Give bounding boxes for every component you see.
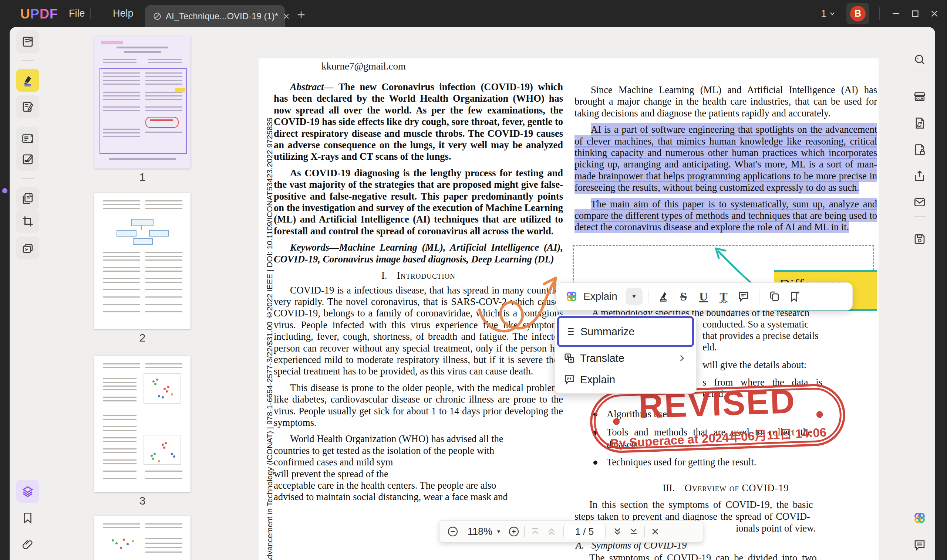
ai-assistant-handle[interactable]: [0, 175, 9, 208]
edit-note-icon: [21, 100, 34, 114]
share-button[interactable]: [910, 166, 929, 186]
sidebar-item-layers[interactable]: [16, 480, 39, 503]
underline-selection-button[interactable]: U: [694, 286, 714, 306]
account-button[interactable]: B: [847, 3, 869, 25]
sidebar-item-edit[interactable]: [16, 95, 39, 118]
zoom-level[interactable]: 118%: [467, 526, 492, 537]
ai-actions-dropdown-button[interactable]: ▼: [626, 288, 643, 305]
strikethrough-icon: S: [680, 290, 687, 303]
highlight-selection-button[interactable]: [654, 286, 674, 306]
zoombar-divider: [524, 526, 525, 537]
close-window-button[interactable]: [925, 5, 944, 23]
page-number-box[interactable]: 1 / 5: [563, 524, 606, 539]
zoom-in-icon: [508, 526, 520, 537]
menu-item-label: Summarize: [580, 326, 635, 338]
layers-icon: [21, 485, 34, 498]
who-line: World Health Organization (WHO) has advi…: [274, 433, 563, 445]
menu-item-summarize[interactable]: Summarize: [557, 316, 694, 347]
page-thumbnail-2[interactable]: [94, 193, 191, 329]
section-heading-overview: III. Overview of COVID-19: [574, 482, 877, 494]
zoom-out-button[interactable]: [445, 523, 461, 540]
menu-item-explain[interactable]: Explain: [558, 369, 693, 390]
sidebar-item-reader[interactable]: [16, 30, 39, 53]
avatar: B: [850, 6, 865, 22]
copy-icon: [768, 290, 781, 303]
menu-item-translate[interactable]: A Translate: [558, 348, 693, 369]
intro-paragraph-1: COVID-19 is a infectious disease, that h…: [274, 285, 563, 377]
doc-text-fragment: The symptoms of COVID-19 can be divided …: [589, 552, 817, 560]
organize-pages-icon: [21, 192, 34, 205]
summarize-list-icon: [559, 326, 580, 337]
close-zoombar-button[interactable]: [647, 523, 663, 540]
ocr-button[interactable]: OCR: [910, 87, 929, 106]
minimize-button[interactable]: [886, 5, 905, 23]
toolbar-divider: [759, 290, 759, 303]
convert-button[interactable]: [910, 114, 929, 133]
menu-help[interactable]: Help: [113, 8, 134, 19]
comment-highlighter-icon: [21, 73, 35, 87]
sidebar-item-organize-pages[interactable]: [16, 187, 39, 210]
thumbnail-page-number: 3: [94, 495, 191, 507]
chevron-down-icon[interactable]: [828, 10, 836, 17]
doc-sidebar-citation: Advancement in Technology (ICONAT) | 978…: [265, 120, 274, 560]
explain-button[interactable]: Explain: [583, 291, 617, 302]
document-tab[interactable]: AI_Technique...OVID-19 (1)*: [145, 5, 285, 27]
new-tab-button[interactable]: [296, 9, 306, 22]
menu-item-label: Translate: [580, 352, 625, 365]
protect-lock-icon: [913, 143, 926, 156]
doc-text-fragment: conducted. So a systematic: [702, 318, 809, 330]
comments-panel-button[interactable]: [910, 535, 929, 555]
save-button[interactable]: [910, 229, 929, 249]
selection-toolbar: Explain ▼ S U T: [555, 282, 853, 311]
strikethrough-selection-button[interactable]: S: [674, 286, 694, 306]
sidebar-item-fill-sign[interactable]: [16, 148, 39, 171]
toolbar-divider: [648, 290, 648, 303]
sidebar-item-slides[interactable]: [16, 237, 39, 260]
dropdown-caret-icon[interactable]: ▼: [496, 529, 501, 534]
sidebar-item-crop[interactable]: [16, 210, 39, 233]
chevron-right-icon: [677, 353, 686, 363]
page-thumbnail-1[interactable]: [94, 36, 191, 169]
who-line: advised to maintain social distancing, w…: [274, 491, 563, 503]
page-thumbnail-3[interactable]: [94, 356, 191, 492]
underline-icon: U: [699, 290, 708, 303]
maximize-button[interactable]: [905, 5, 925, 23]
list-bullet: [593, 461, 597, 465]
dropdown-caret-icon: ▼: [631, 293, 637, 300]
tab-close-icon[interactable]: [282, 12, 290, 20]
bookmark-selection-button[interactable]: [785, 286, 805, 306]
maximize-icon: [910, 9, 920, 18]
sidebar-item-forms[interactable]: [16, 127, 39, 150]
search-icon: [913, 53, 926, 66]
mail-button[interactable]: [910, 192, 929, 212]
close-icon: [930, 9, 939, 18]
previous-page-button[interactable]: [543, 523, 560, 540]
next-page-button[interactable]: [609, 523, 626, 540]
open-doc-count[interactable]: 1: [821, 8, 827, 19]
go-last-page-button[interactable]: [626, 523, 642, 540]
title-bar: UPDF File Help AI_Technique...OVID-19 (1…: [0, 0, 947, 27]
who-line: countries to get tested as the isolation…: [274, 445, 563, 457]
page-thumbnail-4[interactable]: [94, 516, 191, 560]
menu-file[interactable]: File: [69, 8, 85, 19]
scatter-plot-mini: [105, 533, 142, 555]
updf-logo[interactable]: UPDF: [20, 6, 58, 22]
comment-icon: [737, 290, 750, 303]
bookmark-icon: [22, 512, 34, 524]
search-button[interactable]: [910, 50, 929, 69]
page-up-icon: [546, 526, 557, 537]
sidebar-item-comment[interactable]: [16, 69, 39, 92]
author-email: kkurne7@gmail.com: [321, 61, 406, 72]
zoom-in-button[interactable]: [506, 523, 522, 540]
sidebar-item-attachments[interactable]: [16, 533, 39, 556]
squiggly-selection-button[interactable]: T: [714, 286, 734, 306]
sidebar-item-bookmarks[interactable]: [16, 506, 39, 529]
intro-paragraph-2: This disease is prone to the older peopl…: [274, 382, 563, 429]
copy-selection-button[interactable]: [765, 286, 785, 306]
updf-ai-button[interactable]: [910, 508, 929, 528]
fill-sign-icon: [21, 153, 34, 166]
protect-button[interactable]: [910, 140, 929, 159]
go-first-page-button[interactable]: [527, 523, 543, 540]
comment-selection-button[interactable]: [734, 286, 754, 306]
who-line: acceptable care in the health centers. T…: [274, 480, 563, 491]
